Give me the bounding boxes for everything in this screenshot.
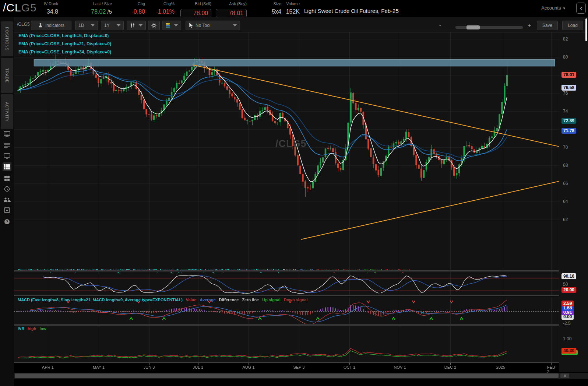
active-tool-dropdown[interactable]: No Tool [186,21,240,30]
watchlist-icon[interactable] [3,141,11,150]
chevron-down-icon [91,24,95,27]
legend-zero-line: Zero line [242,298,259,302]
field-value: -0.80 [119,8,145,15]
ivr-study-label[interactable]: IVRhighlow [18,326,50,331]
field-label: Ask (Buy) [214,1,247,7]
field-value: 5x4 [266,8,281,15]
zoom-slider-handle[interactable] [466,25,480,29]
sidebar-tab-activity[interactable]: ACTIVITY [1,94,13,129]
quotes-icon[interactable] [3,130,11,138]
time-label-nov-1: NOV 1 [394,365,406,369]
horizontal-scrollbar[interactable] [14,373,588,379]
timeframe-dropdown[interactable]: 1D [75,21,98,30]
study-title: IVR [18,326,24,331]
price-box[interactable]: 78.01 [216,9,247,18]
ema-label-2: EMA (Price=CLOSE, Length=34, Displace=0) [18,49,111,55]
scrollbar-right-button[interactable] [560,373,569,378]
symbol-title: /CLG5 [3,1,37,14]
drawings-dropdown[interactable] [162,21,181,30]
time-label-dec-2: DEC 2 [444,365,456,369]
legend-difference: Difference [219,298,239,302]
trading-platform-window: /CLG5 IV Rank34.8Last / Size78.02 /5Chg-… [0,0,588,386]
people-icon[interactable] [3,195,11,204]
save-button[interactable]: Save [537,21,558,30]
price-tick-74: 74 [563,109,568,114]
macd-study-label[interactable]: MACD (Fast length=8, Slow length=21, MAC… [18,298,311,302]
chart-type-dropdown[interactable] [127,21,146,30]
calendar-icon[interactable] [3,206,11,214]
legend-average: Average [200,298,216,302]
chevron-down-icon: ▾ [563,6,565,10]
indicators-button[interactable]: Indicators [31,21,71,30]
platform-icon[interactable] [3,151,11,160]
time-label-sep-3: SEP 3 [293,365,305,369]
apps-icon[interactable] [3,174,11,183]
panel-separator[interactable] [14,270,588,272]
time-tick [349,363,350,365]
stochastic-panel-canvas[interactable] [14,272,559,295]
field-value: 78.02 /5 [68,8,112,15]
time-tick [450,363,451,365]
time-axis[interactable]: APR 1MAY 1JUN 3JUL 1AUG 1SEP 3OCT 1NOV 1… [14,362,559,372]
field-value[interactable]: 78.00 [178,8,211,18]
price-badge-78.01: 78.01 [561,72,576,78]
legend-low: low [40,326,46,331]
chart-settings-button[interactable] [148,21,160,30]
ema-label-0: EMA (Price=CLOSE, Length=5, Displace=0) [18,33,109,38]
panel-separator[interactable] [14,324,588,326]
quote-field-chg%: Chg%-1.01% [147,1,175,15]
symbol-watermark: /CLG5 [275,138,307,150]
price-tick-68: 68 [563,163,568,168]
time-tick [198,363,198,365]
time-label-oct-1: OCT 1 [344,365,355,369]
price-tick-66: 66 [563,181,568,186]
help-icon[interactable]: ? [3,217,11,226]
candlestick-icon [130,23,135,28]
accounts-menu[interactable]: Accounts▾ [541,5,565,11]
history-icon[interactable] [3,185,11,193]
time-tick [149,363,149,365]
price-tick-62: 62 [563,217,568,222]
horizontal-scrollbar-thumb[interactable] [15,373,559,378]
time-tick [299,363,299,365]
quote-field-iv-rank: IV Rank34.8 [35,1,58,15]
time-label-jun-3: JUN 3 [144,365,155,369]
chevron-down-icon [117,24,120,27]
study-title: MACD (Fast length=8, Slow length=21, MAC… [18,298,183,302]
zoom-in-button[interactable]: + [528,22,531,28]
legend-up-signal: Up signal [262,298,281,302]
quote-field-bid-sell-: Bid (Sell)78.00 [178,1,211,18]
quote-field-size: Size5x4 [266,1,281,15]
field-value[interactable]: 78.01 [214,8,247,18]
ivr-panel-canvas[interactable] [14,326,559,362]
panel-separator[interactable] [14,295,588,296]
sidebar-tab-positions[interactable]: POSITIONS [1,21,13,56]
field-label: Size [266,1,281,7]
chevron-down-icon [233,24,237,27]
price-box[interactable]: 78.00 [180,9,211,18]
zoom-slider[interactable] [455,26,523,29]
drawing-layers-icon [165,23,171,28]
zoom-out-button[interactable]: - [439,22,441,28]
load-button[interactable]: Load [562,21,583,30]
price-tick-70: 70 [563,145,568,150]
vertical-scrollbar-thumb[interactable] [585,18,587,41]
macd-badge-2.59: 2.59 [561,301,574,306]
chevron-down-icon [139,24,142,27]
legend-down-signal: Down signal [284,298,308,302]
price-badge-76.58: 76.58 [561,85,576,91]
field-value: -1.01% [147,8,175,15]
symbol-root: /CL [3,1,21,14]
time-label-jul-1: JUL 1 [193,365,203,369]
sidebar-tab-trade[interactable]: TRADE [1,58,13,93]
chart-symbol-label: /CLG5 [17,22,30,27]
price-axis[interactable]: 82807674706866646278.0176.5872.8971.7890… [559,32,588,372]
time-label-aug-1: AUG 1 [242,365,254,369]
collapse-panel-button[interactable]: ‹ [576,3,586,14]
svg-text:?: ? [6,220,8,224]
grid-icon[interactable] [3,162,11,171]
range-dropdown[interactable]: 1Y [101,21,124,30]
time-tick [48,363,48,365]
price-tick-82: 82 [563,36,568,42]
price-chart-canvas[interactable] [14,32,559,270]
